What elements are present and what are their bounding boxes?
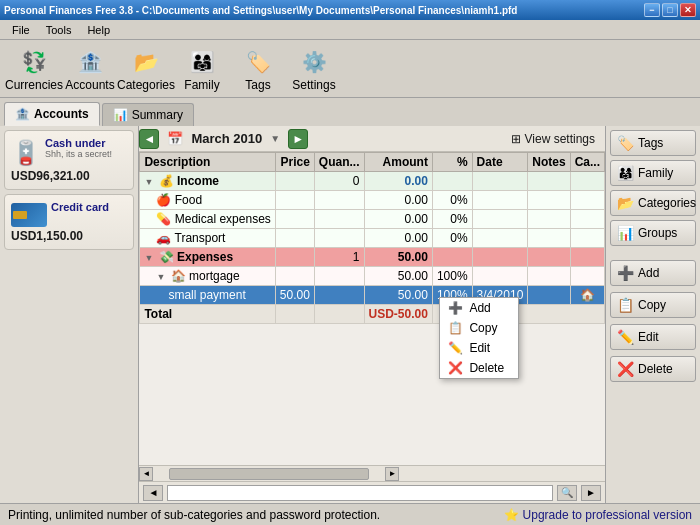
upgrade-button[interactable]: ⭐ Upgrade to professional version xyxy=(504,508,692,522)
context-menu-delete[interactable]: ❌ Delete xyxy=(440,358,518,378)
transport-date xyxy=(472,229,528,248)
sidebar-delete-label: Delete xyxy=(638,362,673,376)
view-settings-button[interactable]: ⊞ View settings xyxy=(505,130,601,148)
food-date xyxy=(472,191,528,210)
context-menu-copy[interactable]: 📋 Copy xyxy=(440,318,518,338)
copy-icon: 📋 xyxy=(448,321,463,335)
filter-tags-button[interactable]: 🏷️ Tags xyxy=(610,130,696,156)
total-price xyxy=(275,305,314,324)
col-header-cat[interactable]: Ca... xyxy=(570,153,604,172)
col-header-notes[interactable]: Notes xyxy=(528,153,570,172)
dropdown-arrow-icon[interactable]: ▼ xyxy=(270,133,280,144)
right-sidebar: 🏷️ Tags 👨‍👩‍👧 Family 📂 Categories 📊 Grou… xyxy=(605,126,700,503)
prev-month-button[interactable]: ◄ xyxy=(139,129,159,149)
expenses-icon: 💸 xyxy=(159,250,174,264)
income-description: ▼ 💰 Income xyxy=(140,172,275,191)
table-row[interactable]: 💊 Medical expenses 0.00 0% xyxy=(140,210,605,229)
col-header-amount[interactable]: Amount xyxy=(364,153,432,172)
sidebar-copy-button[interactable]: 📋 Copy xyxy=(610,292,696,318)
expenses-description: ▼ 💸 Expenses xyxy=(140,248,275,267)
context-menu-copy-label: Copy xyxy=(469,321,497,335)
next-month-button[interactable]: ► xyxy=(288,129,308,149)
cash-account-card[interactable]: 🪫 Cash under Shh, its a secret! USD96,32… xyxy=(4,130,134,190)
filter-groups-button[interactable]: 📊 Groups xyxy=(610,220,696,246)
scroll-right-button[interactable]: ► xyxy=(385,467,399,481)
minimize-button[interactable]: − xyxy=(644,3,660,17)
col-header-description[interactable]: Description xyxy=(140,153,275,172)
table-row[interactable]: ▼ 💰 Income 0 0.00 xyxy=(140,172,605,191)
toolbar-tags[interactable]: 🏷️ Tags xyxy=(232,41,284,97)
context-menu-edit[interactable]: ✏️ Edit xyxy=(440,338,518,358)
filter-categories-button[interactable]: 📂 Categories xyxy=(610,190,696,216)
tab-bar: 🏦 Accounts 📊 Summary xyxy=(0,98,700,126)
sidebar-categories-icon: 📂 xyxy=(617,195,634,211)
food-price xyxy=(275,191,314,210)
food-icon: 🍎 xyxy=(156,193,171,207)
maximize-button[interactable]: □ xyxy=(662,3,678,17)
menu-file[interactable]: File xyxy=(4,22,38,38)
table-row[interactable]: ▼ 🏠 mortgage 50.00 100% xyxy=(140,267,605,286)
table-row[interactable]: 🍎 Food 0.00 0% xyxy=(140,191,605,210)
smallpayment-label: small payment xyxy=(168,288,245,302)
search-input[interactable] xyxy=(167,485,553,501)
smallpayment-notes xyxy=(528,286,570,305)
transport-qty xyxy=(314,229,364,248)
food-cat xyxy=(570,191,604,210)
toolbar-family[interactable]: 👨‍👩‍👧 Family xyxy=(176,41,228,97)
transport-amount: 0.00 xyxy=(364,229,432,248)
table-row[interactable]: ▼ 💸 Expenses 1 50.00 xyxy=(140,248,605,267)
table-row[interactable]: 🚗 Transport 0.00 0% xyxy=(140,229,605,248)
sidebar-add-icon: ➕ xyxy=(617,265,634,281)
food-qty xyxy=(314,191,364,210)
month-title: March 2010 xyxy=(191,131,262,146)
sidebar-categories-label: Categories xyxy=(638,196,696,210)
income-amount: 0.00 xyxy=(364,172,432,191)
medical-date xyxy=(472,210,528,229)
credit-account-card[interactable]: Credit card USD1,150.00 xyxy=(4,194,134,250)
status-bar: Printing, unlimited number of sub-catego… xyxy=(0,503,700,525)
toolbar-settings[interactable]: ⚙️ Settings xyxy=(288,41,340,97)
filter-family-button[interactable]: 👨‍👩‍👧 Family xyxy=(610,160,696,186)
food-description: 🍎 Food xyxy=(140,191,275,210)
col-header-percent[interactable]: % xyxy=(432,153,472,172)
transactions-table-area: Description Price Quan... Amount % Date … xyxy=(139,152,605,465)
income-label: Income xyxy=(177,174,219,188)
menu-tools[interactable]: Tools xyxy=(38,22,80,38)
toolbar-accounts-label: Accounts xyxy=(65,78,114,92)
toolbar-categories[interactable]: 📂 Categories xyxy=(120,41,172,97)
transport-pct: 0% xyxy=(432,229,472,248)
scroll-thumb[interactable] xyxy=(169,468,369,480)
sidebar-add-button[interactable]: ➕ Add xyxy=(610,260,696,286)
menu-help[interactable]: Help xyxy=(79,22,118,38)
income-icon: 💰 xyxy=(159,174,174,188)
toolbar-currencies[interactable]: 💱 Currencies xyxy=(8,41,60,97)
col-header-quantity[interactable]: Quan... xyxy=(314,153,364,172)
medical-notes xyxy=(528,210,570,229)
context-menu-add[interactable]: ➕ Add xyxy=(440,298,518,318)
search-prev-button[interactable]: ◄ xyxy=(143,485,163,501)
search-next-button[interactable]: ► xyxy=(581,485,601,501)
menu-bar: File Tools Help xyxy=(0,20,700,40)
sidebar-edit-button[interactable]: ✏️ Edit xyxy=(610,324,696,350)
col-header-date[interactable]: Date xyxy=(472,153,528,172)
sidebar-delete-button[interactable]: ❌ Delete xyxy=(610,356,696,382)
expenses-cat xyxy=(570,248,604,267)
sidebar-divider xyxy=(610,250,696,254)
sidebar-copy-icon: 📋 xyxy=(617,297,634,313)
app-title: Personal Finances Free 3.8 - C:\Document… xyxy=(4,5,517,16)
content-panel: ◄ 📅 March 2010 ▼ ► ⊞ View settings Descr… xyxy=(139,126,605,503)
mortgage-amount: 50.00 xyxy=(364,267,432,286)
col-header-price[interactable]: Price xyxy=(275,153,314,172)
toolbar-accounts[interactable]: 🏦 Accounts xyxy=(64,41,116,97)
income-price xyxy=(275,172,314,191)
close-button[interactable]: ✕ xyxy=(680,3,696,17)
scroll-left-button[interactable]: ◄ xyxy=(139,467,153,481)
sidebar-groups-label: Groups xyxy=(638,226,677,240)
tab-summary[interactable]: 📊 Summary xyxy=(102,103,194,126)
tags-icon: 🏷️ xyxy=(242,46,274,78)
tab-accounts[interactable]: 🏦 Accounts xyxy=(4,102,100,126)
table-row[interactable]: small payment 50.00 50.00 100% 3/4/2010 … xyxy=(140,286,605,305)
income-cat xyxy=(570,172,604,191)
title-bar: Personal Finances Free 3.8 - C:\Document… xyxy=(0,0,700,20)
search-button[interactable]: 🔍 xyxy=(557,485,577,501)
